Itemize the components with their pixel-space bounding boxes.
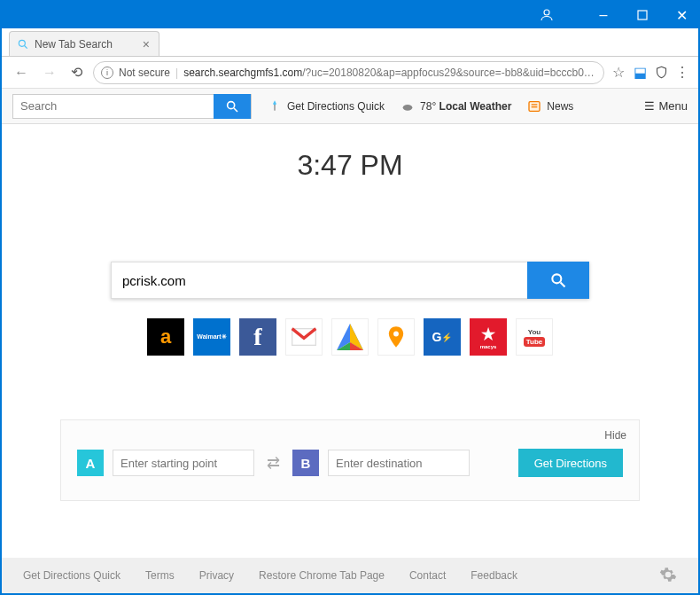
destination-input[interactable]: [328, 450, 470, 476]
window-titlebar: – ✕: [2, 2, 698, 28]
swap-icon[interactable]: ⇄: [263, 453, 284, 473]
user-icon[interactable]: [535, 4, 558, 27]
quicklink-gmail[interactable]: [285, 318, 323, 356]
toolbar-news-label: News: [547, 100, 573, 113]
point-a-badge: A: [77, 450, 104, 476]
footer: Get Directions Quick Terms Privacy Resto…: [2, 558, 698, 593]
weather-temp: 78°: [420, 100, 436, 113]
tab-close-icon[interactable]: ×: [143, 37, 150, 51]
quicklink-macys[interactable]: ★macys: [470, 318, 507, 356]
toolbar-menu-label: Menu: [658, 99, 688, 113]
toolbar-weather-link[interactable]: 78° Local Weather: [401, 99, 511, 114]
quicklink-facebook[interactable]: f: [239, 318, 276, 356]
back-button[interactable]: ←: [11, 65, 32, 81]
hamburger-icon: ☰: [644, 99, 655, 113]
weather-label: Local Weather: [439, 100, 512, 113]
url-text: search.searchgmfs1.com/?uc=20180820&ap=a…: [183, 67, 596, 79]
starting-point-input[interactable]: [113, 450, 254, 476]
menu-dots-icon[interactable]: ⋮: [675, 66, 689, 80]
search-favicon-icon: [17, 38, 29, 51]
close-window-button[interactable]: ✕: [670, 4, 693, 27]
svg-point-11: [552, 274, 561, 283]
get-directions-button[interactable]: Get Directions: [518, 449, 623, 477]
toolbar-news-link[interactable]: News: [527, 99, 573, 114]
site-info-icon[interactable]: i: [101, 67, 113, 79]
point-b-badge: B: [292, 450, 319, 476]
directions-panel: Hide A ⇄ B Get Directions: [60, 419, 640, 501]
svg-line-12: [561, 283, 565, 287]
svg-point-14: [393, 332, 399, 337]
quicklink-amazon[interactable]: a: [147, 318, 184, 356]
footer-link-privacy[interactable]: Privacy: [199, 569, 234, 582]
main-search-input[interactable]: [111, 262, 527, 299]
toolbar-search-box: [12, 94, 252, 119]
footer-link-contact[interactable]: Contact: [409, 569, 446, 582]
address-row: ← → ⟲ i Not secure | search.searchgmfs1.…: [2, 57, 698, 89]
toolbar-search-button[interactable]: [214, 94, 251, 119]
svg-line-5: [234, 108, 237, 112]
minimize-button[interactable]: –: [592, 4, 615, 27]
svg-rect-1: [638, 11, 647, 20]
extension-toolbar: Get Directions Quick 78° Local Weather N…: [2, 89, 698, 124]
settings-gear-icon[interactable]: [659, 566, 677, 586]
main-search-box: [111, 262, 589, 299]
toolbar-menu-button[interactable]: ☰ Menu: [644, 99, 688, 113]
maximize-button[interactable]: [631, 4, 654, 27]
svg-point-7: [403, 105, 413, 111]
hide-link[interactable]: Hide: [604, 429, 626, 442]
cloud-icon: [401, 99, 415, 114]
footer-link-restore[interactable]: Restore Chrome Tab Page: [259, 569, 385, 582]
page-content: 3:47 PM a Walmart✳ f G⚡ ★macys YouTube H…: [2, 124, 698, 558]
reload-button[interactable]: ⟲: [67, 64, 86, 81]
forward-button[interactable]: →: [39, 65, 60, 81]
tab-title: New Tab Search: [35, 38, 113, 51]
svg-point-2: [19, 40, 25, 46]
toolbar-directions-label: Get Directions Quick: [287, 100, 385, 113]
quick-links-row: a Walmart✳ f G⚡ ★macys YouTube: [147, 318, 553, 356]
footer-link-feedback[interactable]: Feedback: [471, 569, 517, 582]
svg-point-0: [544, 10, 549, 15]
toolbar-search-input[interactable]: [13, 99, 214, 113]
browser-tab[interactable]: New Tab Search ×: [9, 31, 159, 56]
directions-icon: [268, 99, 282, 114]
quicklink-youtube[interactable]: YouTube: [516, 318, 553, 356]
not-secure-label: Not secure: [119, 67, 170, 79]
toolbar-directions-link[interactable]: Get Directions Quick: [268, 99, 385, 114]
svg-point-4: [228, 101, 235, 108]
main-search-button[interactable]: [527, 262, 589, 299]
footer-link-terms[interactable]: Terms: [145, 569, 175, 582]
news-icon: [527, 99, 541, 114]
star-bookmark-icon[interactable]: ☆: [611, 66, 626, 80]
address-bar[interactable]: i Not secure | search.searchgmfs1.com/?u…: [93, 61, 604, 84]
svg-line-3: [25, 45, 27, 48]
quicklink-gs[interactable]: G⚡: [424, 318, 461, 356]
tabs-row: New Tab Search ×: [2, 28, 698, 57]
svg-rect-6: [274, 105, 275, 111]
quicklink-walmart[interactable]: Walmart✳: [193, 318, 230, 356]
clock-display: 3:47 PM: [297, 149, 402, 182]
extension-icon[interactable]: ⬓: [633, 66, 647, 80]
footer-link-directions[interactable]: Get Directions Quick: [23, 569, 121, 582]
shield-icon[interactable]: [654, 66, 668, 80]
quicklink-google-maps[interactable]: [331, 318, 369, 356]
quicklink-local[interactable]: [377, 318, 415, 356]
